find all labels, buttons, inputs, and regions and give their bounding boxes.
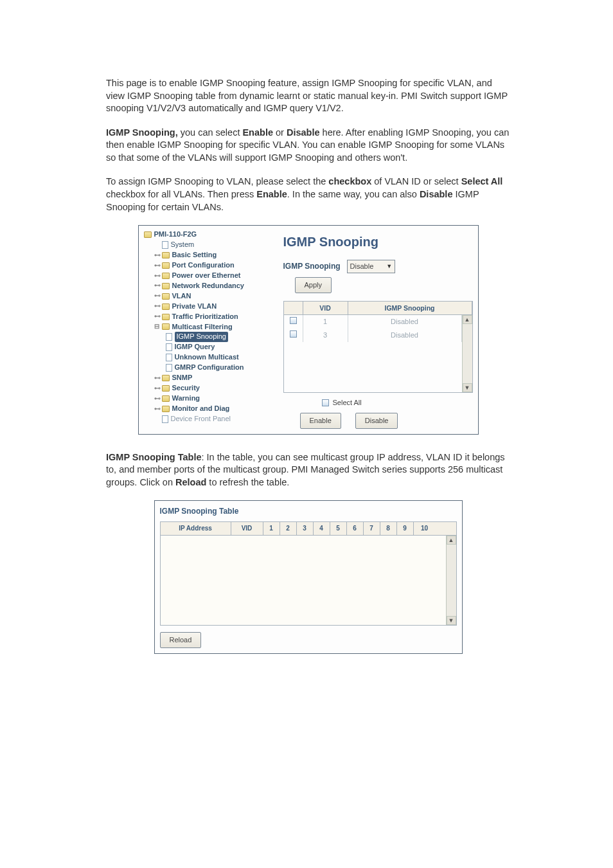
page-icon	[166, 333, 172, 341]
tree-label: Network Redundancy	[172, 281, 244, 291]
tree-label: VLAN	[172, 291, 191, 302]
tree-label: Multicast Filtering	[172, 322, 233, 332]
page-icon	[162, 415, 168, 423]
tree-root[interactable]: PMI-110-F2G	[144, 230, 276, 240]
folder-icon	[162, 395, 170, 402]
tree-label: Power over Ethernet	[172, 271, 241, 281]
screenshot-snooping-table: IGMP Snooping Table IP Address VID 1 2 3…	[154, 500, 463, 654]
row-checkbox[interactable]	[290, 330, 297, 338]
col-ip: IP Address	[161, 522, 231, 535]
page-icon	[166, 343, 172, 351]
tree-item-vlan[interactable]: ⊷VLAN	[144, 291, 276, 302]
col-5: 5	[330, 522, 347, 535]
folder-icon	[162, 385, 170, 392]
tree-item-device-front-panel[interactable]: Device Front Panel	[144, 414, 276, 424]
tree-item-traffic-prior[interactable]: ⊷Traffic Prioritization	[144, 312, 276, 322]
tree-item-system[interactable]: System	[144, 240, 276, 250]
tree-item-gmrp-config[interactable]: GMRP Configuration	[144, 363, 276, 373]
bold-disable: Disable	[287, 127, 320, 138]
select-all-checkbox[interactable]	[322, 399, 329, 406]
col-4: 4	[314, 522, 330, 535]
tree-label: Security	[172, 383, 200, 393]
tree-label: Monitor and Diag	[172, 404, 230, 414]
tree-label: System	[171, 240, 195, 250]
row-checkbox[interactable]	[290, 317, 297, 324]
snooping-table-title: IGMP Snooping Table	[160, 506, 457, 516]
tree-item-igmp-query[interactable]: IGMP Query	[144, 342, 276, 352]
scroll-up-icon[interactable]: ▲	[463, 315, 472, 324]
tree-label: GMRP Configuration	[175, 363, 244, 373]
folder-icon	[162, 273, 170, 279]
snooping-table-header: IP Address VID 1 2 3 4 5 6 7 8 9 10	[160, 521, 457, 536]
text: of VLAN ID or select	[371, 176, 461, 186]
scroll-down-icon[interactable]: ▼	[447, 616, 456, 625]
bold-checkbox: checkbox	[328, 176, 371, 186]
page-icon	[166, 354, 172, 361]
page-icon	[162, 241, 168, 249]
cell-status: Disabled	[348, 315, 462, 329]
chevron-down-icon: ▼	[386, 262, 392, 270]
scroll-down-icon[interactable]: ▼	[463, 383, 472, 392]
tree-handle: ⊷	[154, 271, 159, 281]
tree-item-security[interactable]: ⊷Security	[144, 383, 276, 393]
col-7: 7	[364, 522, 380, 535]
select-value: Disable	[350, 262, 374, 271]
snooping-table-paragraph: IGMP Snooping Table: In the table, you c…	[106, 451, 510, 489]
tree-handle: ⊷	[154, 291, 159, 301]
text: to refresh the table.	[206, 477, 289, 487]
cell-status: Disabled	[348, 329, 462, 342]
tree-item-private-vlan[interactable]: ⊷Private VLAN	[144, 302, 276, 312]
assign-paragraph: To assign IGMP Snooping to VLAN, please …	[106, 176, 510, 213]
scroll-up-icon[interactable]: ▲	[447, 536, 456, 545]
tree-item-warning[interactable]: ⊷Warning	[144, 393, 276, 404]
tree-label: IGMP Query	[175, 342, 215, 352]
folder-icon	[144, 231, 152, 238]
tree-label: Private VLAN	[172, 302, 217, 312]
tree-handle: ⊷	[154, 281, 159, 291]
bold-igmp-snooping: IGMP Snooping,	[106, 127, 178, 138]
tree-handle: ⊷	[154, 302, 159, 311]
content-pane: IGMP Snooping IGMP Snooping Disable ▼ Ap…	[283, 230, 473, 429]
bold-select-all: Select All	[461, 176, 503, 186]
tree-item-basic-setting[interactable]: ⊷Basic Setting	[144, 250, 276, 260]
cell-vid: 1	[303, 315, 348, 329]
scrollbar[interactable]: ▲ ▼	[462, 315, 472, 392]
bold-reload: Reload	[175, 477, 206, 487]
text: or	[273, 127, 287, 138]
folder-icon	[162, 293, 170, 300]
tree-item-igmp-snooping[interactable]: IGMP Snooping	[144, 332, 276, 342]
apply-button[interactable]: Apply	[295, 277, 332, 293]
col-9: 9	[397, 522, 414, 535]
igmp-snooping-paragraph: IGMP Snooping, you can select Enable or …	[106, 127, 510, 165]
igmp-snooping-select[interactable]: Disable ▼	[347, 260, 396, 273]
scrollbar[interactable]: ▲ ▼	[446, 536, 456, 625]
cell-vid: 3	[303, 329, 348, 342]
text: To assign IGMP Snooping to VLAN, please …	[106, 176, 328, 186]
tree-label: Port Configuration	[172, 260, 235, 271]
tree-item-port-config[interactable]: ⊷Port Configuration	[144, 260, 276, 271]
tree-label: Unknown Multicast	[175, 352, 239, 363]
disable-button[interactable]: Disable	[355, 413, 398, 429]
screenshot-igmp-snooping: PMI-110-F2G System ⊷Basic Setting ⊷Port …	[138, 225, 479, 435]
enable-button[interactable]: Enable	[300, 413, 341, 429]
tree-item-network-redundancy[interactable]: ⊷Network Redundancy	[144, 281, 276, 291]
tree-label: Warning	[172, 393, 200, 404]
tree-handle: ⊷	[154, 384, 159, 393]
tree-item-monitor-diag[interactable]: ⊷Monitor and Diag	[144, 404, 276, 414]
tree-label: SNMP	[172, 373, 193, 383]
tree-item-snmp[interactable]: ⊷SNMP	[144, 373, 276, 383]
tree-item-poe[interactable]: ⊷Power over Ethernet	[144, 271, 276, 281]
folder-icon	[162, 375, 170, 381]
tree-item-multicast-filtering[interactable]: ⊟Multicast Filtering	[144, 322, 276, 332]
text: checkbox for all VLANs. Then press	[106, 189, 256, 199]
col-6: 6	[347, 522, 364, 535]
reload-button[interactable]: Reload	[160, 632, 202, 648]
intro-paragraph: This page is to enable IGMP Snooping fea…	[106, 77, 510, 115]
folder-icon	[162, 406, 170, 412]
col-vid: VID	[231, 522, 263, 535]
table-row: 3 Disabled	[284, 329, 462, 342]
text: you can select	[178, 127, 243, 138]
tree-label: IGMP Snooping	[175, 332, 228, 342]
tree-label: Traffic Prioritization	[172, 312, 238, 322]
tree-item-unknown-multicast[interactable]: Unknown Multicast	[144, 352, 276, 363]
